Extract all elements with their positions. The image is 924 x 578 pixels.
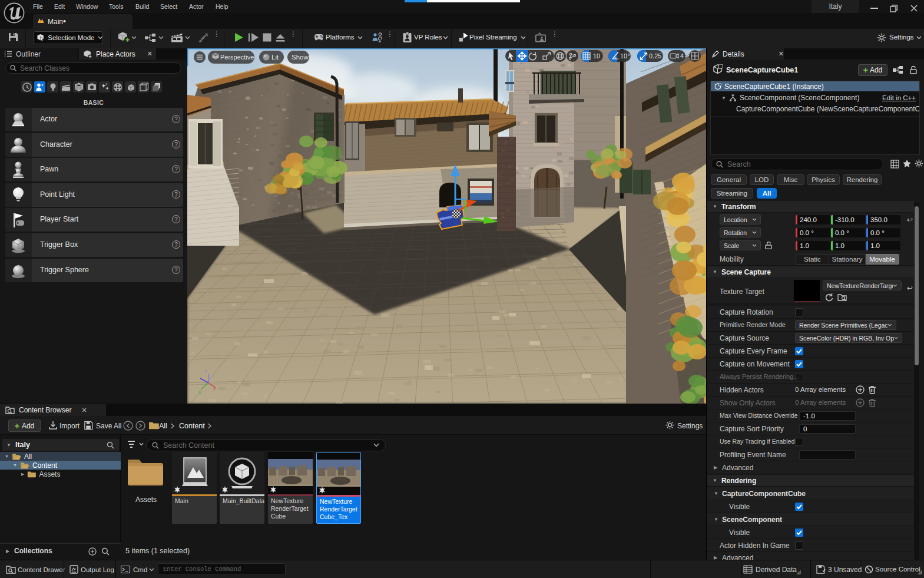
- svg-text:x: x: [213, 386, 216, 391]
- svg-text:Show: Show: [292, 54, 309, 61]
- svg-text:10: 10: [593, 52, 600, 60]
- svg-text:z: z: [205, 368, 207, 374]
- svg-text:10°: 10°: [620, 52, 630, 60]
- svg-text:Lit: Lit: [271, 54, 279, 61]
- svg-text:Perspective: Perspective: [220, 54, 254, 61]
- svg-text:0.25: 0.25: [649, 52, 661, 60]
- svg-text:y: y: [199, 389, 201, 395]
- svg-text:4: 4: [680, 52, 684, 60]
